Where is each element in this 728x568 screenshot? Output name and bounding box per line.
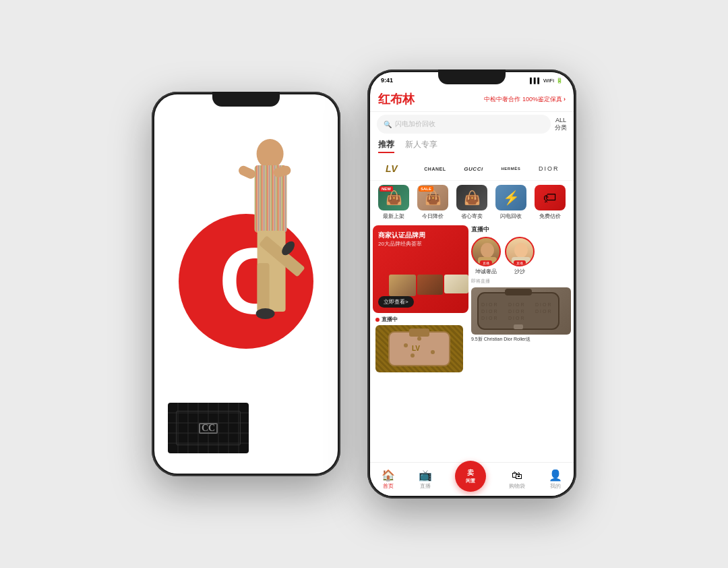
status-bar: 9:41 ▌▌▌ WiFi 🔋 bbox=[370, 72, 574, 88]
category-flash[interactable]: ⚡ 闪电回收 bbox=[494, 185, 528, 220]
bag-image-3: 👜 bbox=[456, 185, 487, 210]
nav-live[interactable]: 📺 直播 bbox=[419, 469, 432, 490]
all-categories-button[interactable]: ALL分类 bbox=[555, 117, 567, 132]
svg-rect-13 bbox=[169, 404, 247, 452]
svg-text:LV: LV bbox=[412, 345, 420, 352]
category-estimate-label: 免费估价 bbox=[539, 212, 561, 220]
live-below: 直播中 bbox=[373, 313, 468, 372]
bag-image-4: ⚡ bbox=[495, 185, 526, 210]
brand-banner[interactable]: 商家认证品牌周 20大品牌经典荟萃 立即查看> bbox=[373, 225, 468, 313]
app-title: 红布林 bbox=[378, 91, 415, 107]
svg-rect-50 bbox=[514, 324, 523, 329]
sell-icon: 卖 bbox=[467, 468, 474, 478]
streamer-2-avatar: 直播 bbox=[505, 237, 535, 266]
category-estimate-icon: 🏷 bbox=[535, 185, 566, 210]
streamer-1[interactable]: 直播 坤诚奢品 bbox=[471, 237, 501, 275]
banner-cta-button[interactable]: 立即查看> bbox=[378, 296, 414, 308]
svg-text:DIOR: DIOR bbox=[508, 302, 526, 307]
search-input[interactable]: 🔍 闪电加价回收 bbox=[377, 115, 551, 134]
category-flash-label: 闪电回收 bbox=[500, 212, 522, 220]
svg-rect-49 bbox=[505, 289, 532, 295]
banner-area: 商家认证品牌周 20大品牌经典荟萃 立即查看> bbox=[370, 223, 471, 385]
home-icon: 🏠 bbox=[382, 469, 395, 482]
svg-point-0 bbox=[257, 139, 284, 169]
app-screen: 9:41 ▌▌▌ WiFi 🔋 红布林 中检中奢合作 100%鉴定保真 › bbox=[370, 72, 574, 496]
category-new[interactable]: NEW 👜 最新上架 bbox=[377, 185, 411, 220]
brand-gucci[interactable]: GUCCi bbox=[464, 166, 483, 172]
banner-title: 商家认证品牌周 bbox=[378, 231, 463, 240]
brand-lv[interactable]: LV bbox=[384, 161, 406, 176]
live-section-title: 直播中 bbox=[471, 225, 571, 234]
category-sale[interactable]: SALE 👜 今日降价 bbox=[416, 185, 450, 220]
right-product[interactable]: DIOR DIOR DIOR DIOR DIOR DIOR DIOR DIOR bbox=[471, 287, 571, 342]
right-phone: 9:41 ▌▌▌ WiFi 🔋 红布林 中检中奢合作 100%鉴定保真 › bbox=[367, 69, 576, 499]
profile-icon: 👤 bbox=[549, 469, 562, 482]
brand-chanel[interactable]: CHANEL bbox=[424, 167, 446, 171]
left-phone: C bbox=[152, 92, 340, 476]
bottom-nav: 🏠 首页 📺 直播 卖 闲置 🛍 购物袋 bbox=[370, 462, 574, 496]
nav-profile[interactable]: 👤 我的 bbox=[549, 469, 562, 490]
svg-text:CC: CC bbox=[202, 423, 215, 433]
category-estimate[interactable]: 🏷 免费估价 bbox=[533, 185, 567, 220]
header-subtitle-arrow: › bbox=[564, 96, 566, 103]
svg-point-32 bbox=[431, 350, 435, 354]
nav-cart-label: 购物袋 bbox=[509, 482, 525, 490]
category-consign-icon: 👜 bbox=[456, 185, 487, 210]
svg-point-37 bbox=[514, 243, 528, 258]
nav-home-label: 首页 bbox=[383, 482, 394, 490]
category-new-icon: NEW 👜 bbox=[378, 185, 409, 210]
tab-new-user[interactable]: 新人专享 bbox=[405, 139, 437, 153]
svg-text:DIOR: DIOR bbox=[481, 316, 499, 320]
nav-cart[interactable]: 🛍 购物袋 bbox=[509, 470, 525, 490]
banner-bag-3 bbox=[444, 275, 468, 293]
app-header: 红布林 中检中奢合作 100%鉴定保真 › bbox=[370, 88, 574, 112]
svg-text:DIOR: DIOR bbox=[481, 309, 499, 314]
category-consign[interactable]: 👜 省心寄卖 bbox=[455, 185, 489, 220]
tab-recommended[interactable]: 推荐 bbox=[378, 139, 394, 153]
live-area: 直播中 直播 bbox=[471, 223, 574, 385]
brand-hermes[interactable]: HERMÈS bbox=[502, 167, 521, 171]
category-consign-label: 省心寄卖 bbox=[461, 212, 483, 220]
left-phone-content: C bbox=[154, 94, 338, 474]
live-product-image[interactable]: LV bbox=[375, 325, 463, 372]
search-icon: 🔍 bbox=[384, 121, 392, 128]
streamers-list: 直播 坤诚奢品 bbox=[471, 237, 571, 275]
category-flash-icon: ⚡ bbox=[495, 185, 526, 210]
product-name: 9.5新 Christian Dior Roller送 bbox=[471, 336, 571, 342]
status-icons: ▌▌▌ WiFi 🔋 bbox=[530, 78, 563, 84]
app-content: LV CHANEL GUCCi HERMÈS DIOR bbox=[370, 157, 574, 462]
search-bar: 🔍 闪电加价回收 ALL分类 bbox=[377, 115, 567, 134]
nav-live-label: 直播 bbox=[420, 482, 431, 490]
live-badge-2: 直播 bbox=[514, 260, 526, 266]
streamer-2[interactable]: 直播 沙沙 bbox=[505, 237, 535, 275]
category-sale-icon: SALE 👜 bbox=[417, 185, 448, 210]
battery-icon: 🔋 bbox=[556, 78, 563, 84]
svg-point-31 bbox=[417, 337, 421, 341]
banner-subtitle: 20大品牌经典荟萃 bbox=[378, 240, 463, 248]
svg-text:LV: LV bbox=[386, 163, 398, 174]
sell-button[interactable]: 卖 闲置 bbox=[455, 461, 486, 492]
svg-point-35 bbox=[481, 243, 494, 258]
fashion-person bbox=[213, 128, 301, 344]
category-sale-label: 今日降价 bbox=[422, 212, 444, 220]
live-dot bbox=[375, 318, 380, 322]
streamer-2-name: 沙沙 bbox=[514, 268, 525, 275]
live-badge-1: 直播 bbox=[480, 260, 492, 266]
svg-text:DIOR: DIOR bbox=[535, 302, 553, 307]
brand-dior[interactable]: DIOR bbox=[539, 165, 559, 172]
categories: NEW 👜 最新上架 SALE 👜 今日降价 bbox=[370, 181, 574, 223]
svg-text:DIOR: DIOR bbox=[481, 302, 499, 307]
header-subtitle[interactable]: 中检中奢合作 100%鉴定保真 › bbox=[484, 95, 566, 104]
tab-row: 推荐 新人专享 bbox=[370, 136, 574, 157]
category-new-label: 最新上架 bbox=[383, 212, 404, 220]
banner-products bbox=[389, 275, 468, 296]
banner-bag-2 bbox=[417, 275, 443, 295]
streamer-1-name: 坤诚奢品 bbox=[475, 268, 497, 275]
wifi-icon: WiFi bbox=[543, 78, 554, 84]
live-below-label: 直播中 bbox=[382, 316, 398, 323]
nav-home[interactable]: 🏠 首页 bbox=[382, 469, 395, 490]
coming-soon-label: 即将直播 bbox=[471, 278, 571, 285]
banner-bag-1 bbox=[389, 275, 416, 296]
live-nav-icon: 📺 bbox=[419, 469, 432, 482]
cart-icon: 🛍 bbox=[512, 470, 522, 482]
